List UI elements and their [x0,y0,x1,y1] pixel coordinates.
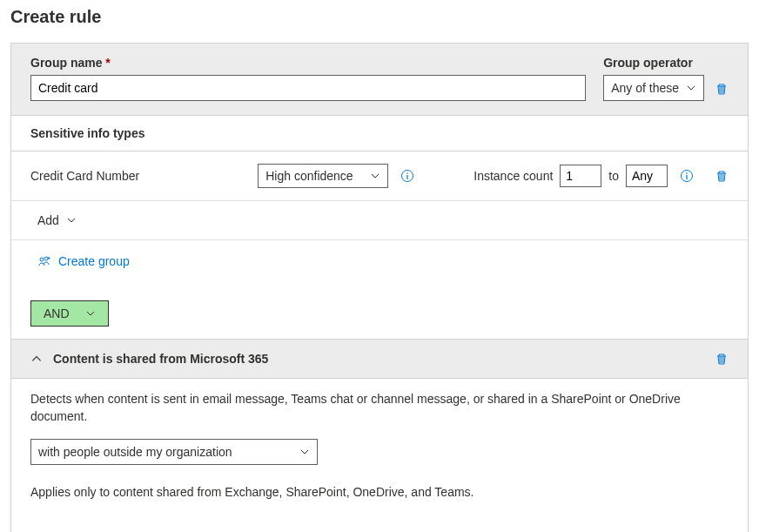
svg-rect-5 [686,175,687,179]
group-name-input[interactable] [30,75,586,101]
shared-title: Content is shared from Microsoft 365 [53,352,704,366]
add-sit-row: Add [11,201,748,240]
group-header: Group name * Group operator Any of these [11,44,748,115]
page-title: Create rule [10,7,749,27]
svg-point-4 [686,172,688,174]
info-icon[interactable] [680,169,694,183]
chevron-down-icon [299,447,310,457]
shared-body: Detects when content is sent in email me… [11,379,748,532]
instance-to-label: to [608,169,619,183]
svg-point-6 [40,258,44,261]
shared-description: Detects when content is sent in email me… [30,391,729,425]
create-group-row: Create group [11,240,748,285]
instance-min-input[interactable] [560,165,601,187]
create-group-icon [37,254,51,268]
svg-rect-2 [407,175,408,179]
svg-point-1 [406,172,408,174]
instance-count-label: Instance count [474,169,553,183]
info-icon[interactable] [400,169,414,183]
add-sit-button[interactable]: Add [37,213,77,227]
group-operator-label: Group operator [603,56,704,70]
confidence-dropdown[interactable]: High confidence [258,164,388,188]
chevron-down-icon [370,171,380,181]
shared-scope-dropdown[interactable]: with people outside my organization [30,439,318,465]
collapse-toggle[interactable] [30,353,43,365]
sit-type-name: Credit Card Number [30,169,245,183]
rule-panel: Group name * Group operator Any of these… [10,43,749,532]
create-group-button[interactable]: Create group [37,254,130,268]
group-name-label: Group name * [30,56,586,70]
group-operator-dropdown[interactable]: Any of these [603,75,704,101]
operator-row: AND [11,285,748,339]
sit-header: Sensitive info types [11,115,748,152]
svg-point-7 [44,257,48,260]
sit-row: Credit Card Number High confidence Insta… [11,152,748,201]
operator-dropdown[interactable]: AND [30,300,109,327]
instance-max-input[interactable] [626,165,668,187]
delete-condition-icon[interactable] [715,352,729,366]
delete-sit-icon[interactable] [715,169,729,183]
chevron-down-icon [66,215,77,226]
delete-group-icon[interactable] [715,82,729,96]
chevron-down-icon [686,83,696,93]
shared-header: Content is shared from Microsoft 365 [11,339,748,379]
shared-note: Applies only to content shared from Exch… [30,484,729,502]
instance-count-group: Instance count to [474,165,668,187]
chevron-down-icon [85,308,96,319]
